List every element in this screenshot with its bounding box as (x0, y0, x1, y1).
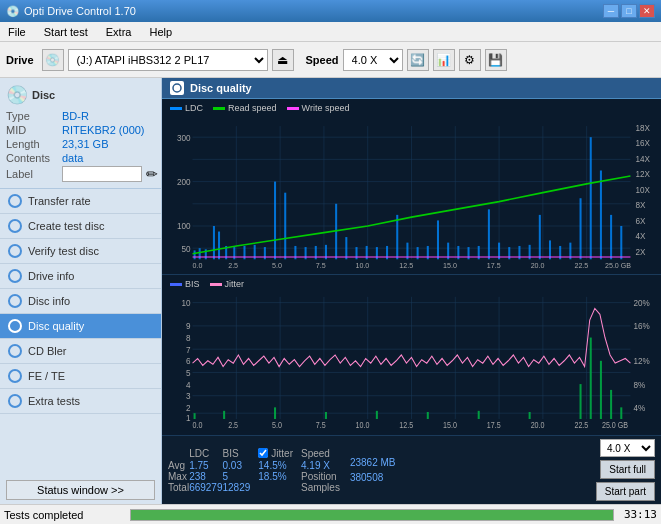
sidebar-item-disc-quality[interactable]: Disc quality (0, 314, 161, 339)
menubar: File Start test Extra Help (0, 22, 661, 42)
scan-button[interactable]: 📊 (433, 49, 455, 71)
svg-text:7.5: 7.5 (316, 261, 326, 270)
svg-rect-67 (437, 220, 439, 259)
label-input[interactable] (62, 166, 142, 182)
settings-button[interactable]: ⚙ (459, 49, 481, 71)
sidebar-item-fe-te[interactable]: FE / TE (0, 364, 161, 389)
create-test-disc-icon (8, 219, 22, 233)
content-area: Disc quality LDC Read speed (162, 78, 661, 504)
sidebar-item-extra-tests[interactable]: Extra tests (0, 389, 161, 414)
svg-rect-134 (478, 411, 480, 419)
sidebar-item-verify-test-disc[interactable]: Verify test disc (0, 239, 161, 264)
jitter-checkbox[interactable] (258, 448, 268, 458)
save-button[interactable]: 💾 (485, 49, 507, 71)
svg-text:50: 50 (181, 243, 190, 253)
write-legend-label: Write speed (302, 103, 350, 113)
bis-legend-label: BIS (185, 279, 200, 289)
svg-text:10: 10 (181, 298, 190, 309)
svg-text:22.5: 22.5 (574, 421, 588, 431)
svg-text:7: 7 (186, 345, 191, 356)
maximize-button[interactable]: □ (621, 4, 637, 18)
extra-tests-icon (8, 394, 22, 408)
refresh-button[interactable]: 🔄 (407, 49, 429, 71)
sidebar-item-cd-bler[interactable]: CD Bler (0, 339, 161, 364)
label-edit-icon[interactable]: ✏ (146, 166, 158, 182)
disc-contents-row: Contents data (6, 152, 155, 164)
svg-text:2.5: 2.5 (228, 421, 238, 431)
position-samples: 23862 MB 380508 (350, 457, 396, 483)
speed-buttons-area: 4.0 X 2.0 X 8.0 X Start full Start part (596, 439, 655, 501)
svg-text:6: 6 (186, 356, 191, 367)
menu-start-test[interactable]: Start test (40, 24, 92, 40)
svg-rect-135 (529, 412, 531, 419)
svg-rect-130 (274, 408, 276, 420)
app-icon: 💿 (6, 5, 20, 18)
max-ldc: 238 (189, 471, 222, 482)
svg-text:12%: 12% (634, 356, 651, 367)
svg-text:10X: 10X (636, 184, 651, 194)
svg-rect-132 (376, 411, 378, 419)
svg-rect-140 (620, 408, 622, 420)
svg-text:18X: 18X (636, 122, 651, 132)
fe-te-icon (8, 369, 22, 383)
quality-speed-select[interactable]: 4.0 X 2.0 X 8.0 X (600, 439, 655, 457)
speed-label: Speed (306, 54, 339, 66)
svg-text:200: 200 (177, 177, 191, 187)
max-row-label: Max (168, 471, 189, 482)
ldc-legend-color (170, 107, 182, 110)
jitter-col-header: Jitter (258, 448, 301, 460)
ldc-col-header: LDC (189, 448, 222, 460)
close-button[interactable]: ✕ (639, 4, 655, 18)
sidebar-item-disc-info[interactable]: Disc info (0, 289, 161, 314)
legend-ldc: LDC (170, 103, 203, 113)
drive-select[interactable]: (J:) ATAPI iHBS312 2 PL17 (68, 49, 268, 71)
svg-rect-131 (325, 412, 327, 419)
verify-test-disc-icon (8, 244, 22, 258)
sidebar-item-transfer-rate[interactable]: Transfer rate (0, 189, 161, 214)
svg-rect-78 (549, 240, 551, 259)
titlebar: 💿 Opti Drive Control 1.70 ─ □ ✕ (0, 0, 661, 22)
bis-legend-color (170, 283, 182, 286)
status-window-button[interactable]: Status window >> (6, 480, 155, 500)
drive-icon-btn[interactable]: 💿 (42, 49, 64, 71)
svg-rect-84 (610, 215, 612, 259)
disc-quality-icon (8, 319, 22, 333)
mid-label: MID (6, 124, 58, 136)
max-bis: 5 (223, 471, 251, 482)
menu-file[interactable]: File (4, 24, 30, 40)
position-row: Position (301, 471, 340, 482)
read-legend-color (213, 107, 225, 110)
minimize-button[interactable]: ─ (603, 4, 619, 18)
start-part-button[interactable]: Start part (596, 482, 655, 501)
svg-text:12.5: 12.5 (399, 261, 413, 270)
avg-row-label: Avg (168, 460, 189, 471)
svg-text:5.0: 5.0 (272, 421, 282, 431)
svg-rect-82 (590, 137, 592, 259)
svg-text:0.0: 0.0 (193, 421, 203, 431)
position-value: 23862 MB (350, 457, 396, 468)
statusbar: Tests completed 33:13 (0, 504, 661, 524)
write-legend-color (287, 107, 299, 110)
ldc-legend-label: LDC (185, 103, 203, 113)
svg-text:20.0: 20.0 (531, 421, 545, 431)
app-title: 💿 Opti Drive Control 1.70 (6, 5, 136, 18)
read-legend-label: Read speed (228, 103, 277, 113)
status-text: Tests completed (4, 509, 124, 521)
sidebar-item-drive-info[interactable]: Drive info (0, 264, 161, 289)
samples-value: 380508 (350, 472, 396, 483)
total-ldc: 669279 (189, 482, 222, 493)
progress-bar (131, 510, 613, 520)
svg-point-0 (173, 84, 181, 92)
bis-col-header: BIS (223, 448, 251, 460)
eject-button[interactable]: ⏏ (272, 49, 294, 71)
svg-rect-44 (213, 226, 215, 259)
sidebar-item-create-test-disc[interactable]: Create test disc (0, 214, 161, 239)
menu-help[interactable]: Help (145, 24, 176, 40)
menu-extra[interactable]: Extra (102, 24, 136, 40)
svg-rect-83 (600, 170, 602, 259)
legend-read: Read speed (213, 103, 277, 113)
disc-info-panel: 💿 Disc Type BD-R MID RITEKBR2 (000) Leng… (0, 78, 161, 189)
start-full-button[interactable]: Start full (600, 460, 655, 479)
speed-select[interactable]: 4.0 X 2.0 X 8.0 X (343, 49, 403, 71)
contents-label: Contents (6, 152, 58, 164)
